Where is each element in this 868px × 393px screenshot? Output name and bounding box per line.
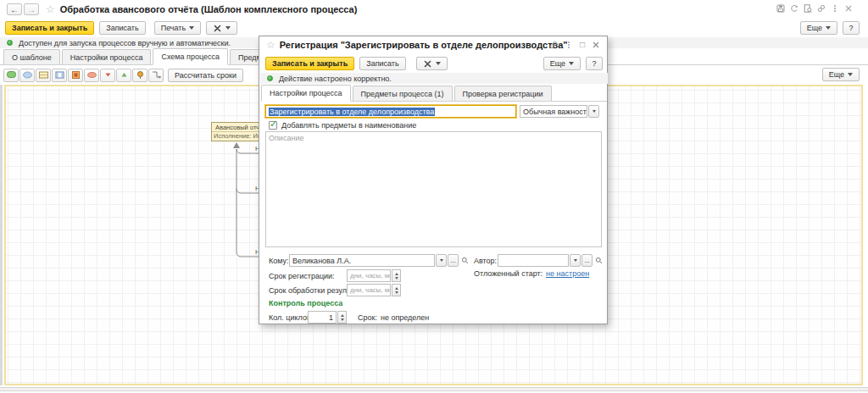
- magnifier-icon: [461, 257, 469, 264]
- registration-term-spinner[interactable]: [392, 269, 401, 282]
- importance-field[interactable]: Обычная важность: [520, 105, 587, 118]
- dialog-save-button[interactable]: Записать: [359, 57, 405, 70]
- search-document-icon[interactable]: [804, 4, 812, 13]
- shape-finish-button[interactable]: [19, 69, 35, 82]
- result-term-spinner[interactable]: [392, 284, 401, 296]
- print-caret-icon: [189, 26, 194, 30]
- dialog-more-button[interactable]: Еще: [543, 57, 581, 70]
- dialog-help-label: ?: [592, 59, 596, 68]
- shape-triangle-down-button[interactable]: [100, 69, 115, 82]
- dialog-status-green-dot-icon: [267, 75, 273, 81]
- dialog-status-bar: Действие настроено корректно.: [260, 73, 608, 84]
- shape-triangle-up-button[interactable]: [116, 69, 131, 82]
- author-input[interactable]: [498, 254, 569, 267]
- subprocess-shape-icon: [54, 70, 65, 80]
- tab-shema-processa[interactable]: Схема процесса: [153, 48, 228, 65]
- process-control-heading: Контроль процесса: [269, 299, 342, 307]
- flow-arrow-up-icon: [233, 142, 240, 148]
- tools-button[interactable]: [206, 21, 237, 35]
- main-toolbar: Записать и закрыть Записать Печать Еще ?: [0, 19, 868, 36]
- spin-down-icon: [395, 291, 398, 294]
- dialog-maximize-icon[interactable]: □: [580, 41, 585, 49]
- kebab-menu-icon[interactable]: [831, 4, 839, 13]
- tab-nastroyki-processa[interactable]: Настройки процесса: [62, 49, 152, 64]
- connector-line-button[interactable]: [148, 69, 164, 82]
- cycles-row: Кол. циклов: 1 Срок: не определен: [269, 311, 429, 324]
- dialog-tab-nastroyki[interactable]: Настройки процесса: [261, 85, 351, 102]
- print-button[interactable]: Печать: [154, 21, 201, 35]
- dialog-more-label: Еще: [550, 59, 565, 68]
- dialog-tools-button[interactable]: [416, 57, 448, 70]
- to-open-button[interactable]: [459, 254, 470, 267]
- more-button[interactable]: Еще: [800, 21, 837, 35]
- page-title: Обработка авансового отчёта (Шаблон комп…: [60, 4, 358, 14]
- result-term-row: Срок обработки результата: дни, часы, ми…: [269, 284, 401, 296]
- shape-start-button[interactable]: [3, 69, 19, 82]
- author-dropdown-button[interactable]: [570, 254, 581, 267]
- spin-up-icon: [341, 314, 344, 317]
- shape-pin-button[interactable]: [132, 69, 147, 82]
- dialog-tab-proverka[interactable]: Проверка регистрации: [454, 86, 552, 101]
- schema-more-button[interactable]: Еще: [822, 68, 860, 81]
- cycles-spinner[interactable]: [337, 311, 347, 324]
- tab-o-shablone[interactable]: О шаблоне: [3, 49, 60, 64]
- calculate-terms-button[interactable]: Рассчитать сроки: [168, 69, 243, 82]
- canvas-horizontal-scrollbar[interactable]: [0, 387, 868, 391]
- tab-label: Настройки процесса: [270, 89, 342, 97]
- back-button[interactable]: ←: [7, 3, 22, 15]
- dialog-link-icon[interactable]: [549, 41, 558, 49]
- dialog-save-and-close-label: Записать и закрыть: [272, 59, 348, 68]
- save-and-close-label: Записать и закрыть: [12, 24, 87, 32]
- save-and-close-button[interactable]: Записать и закрыть: [5, 21, 94, 35]
- delayed-start-label: Отложенный старт:: [474, 269, 542, 278]
- more-label: Еще: [807, 24, 822, 32]
- help-button[interactable]: ?: [843, 21, 860, 35]
- description-placeholder: Описание: [269, 134, 303, 142]
- tab-label: Настройки процесса: [70, 53, 143, 62]
- importance-dropdown-button[interactable]: [588, 105, 599, 118]
- shape-action-button[interactable]: [36, 69, 51, 82]
- triangle-up-icon: [119, 70, 130, 80]
- dialog-help-button[interactable]: ?: [586, 57, 603, 70]
- shape-nested-process-button[interactable]: [68, 69, 83, 82]
- registration-term-input[interactable]: дни, часы, минуты: [347, 269, 391, 282]
- dialog-kebab-menu-icon[interactable]: [565, 41, 573, 49]
- cycles-input[interactable]: 1: [308, 311, 337, 324]
- to-input[interactable]: Великанова Л.А.: [289, 254, 435, 267]
- shape-subprocess-button[interactable]: [52, 69, 67, 82]
- help-label: ?: [849, 24, 853, 32]
- refresh-icon[interactable]: [790, 4, 798, 13]
- add-subjects-row: ✓ Добавлять предметы в наименование: [269, 121, 416, 130]
- to-dropdown-button[interactable]: [436, 254, 447, 267]
- link-icon[interactable]: [817, 4, 826, 13]
- favorite-star-icon[interactable]: ☆: [46, 3, 55, 15]
- author-open-button[interactable]: [593, 254, 604, 267]
- save-icon[interactable]: [776, 4, 785, 13]
- dialog-tab-predmety[interactable]: Предметы процесса (1): [353, 86, 453, 101]
- dialog-favorite-star-icon[interactable]: ☆: [266, 39, 275, 51]
- dialog-save-and-close-button[interactable]: Записать и закрыть: [265, 57, 354, 70]
- canvas-vertical-scrollbar[interactable]: [0, 85, 3, 385]
- add-subjects-checkbox[interactable]: ✓: [269, 121, 277, 130]
- dialog-status-text: Действие настроено корректно.: [279, 75, 392, 83]
- print-label: Печать: [161, 24, 186, 32]
- save-button[interactable]: Записать: [99, 21, 145, 35]
- close-window-icon[interactable]: [844, 4, 853, 13]
- author-choose-button[interactable]: ...: [581, 254, 593, 267]
- delayed-start-link[interactable]: не настроен: [546, 269, 589, 278]
- schema-more-label: Еще: [829, 70, 844, 79]
- name-input[interactable]: Зарегистрировать в отделе делопроизводст…: [265, 105, 516, 118]
- ellipsis-icon: ...: [450, 257, 456, 264]
- dialog-close-icon[interactable]: [592, 41, 600, 49]
- save-label: Записать: [106, 24, 138, 32]
- registration-term-row: Срок регистрации: дни, часы, минуты: [269, 269, 401, 282]
- dialog-toolbar-right: Еще ?: [543, 57, 603, 70]
- triangle-down-icon: [103, 70, 114, 80]
- description-textarea[interactable]: Описание: [265, 131, 602, 247]
- result-term-input[interactable]: дни, часы, минуты: [347, 284, 391, 296]
- to-choose-button[interactable]: ...: [448, 254, 459, 267]
- forward-button[interactable]: →: [24, 3, 39, 15]
- dialog-tools-caret-icon: [436, 62, 441, 65]
- shape-condition-button[interactable]: [84, 69, 99, 82]
- result-term-label: Срок обработки результата:: [269, 286, 347, 295]
